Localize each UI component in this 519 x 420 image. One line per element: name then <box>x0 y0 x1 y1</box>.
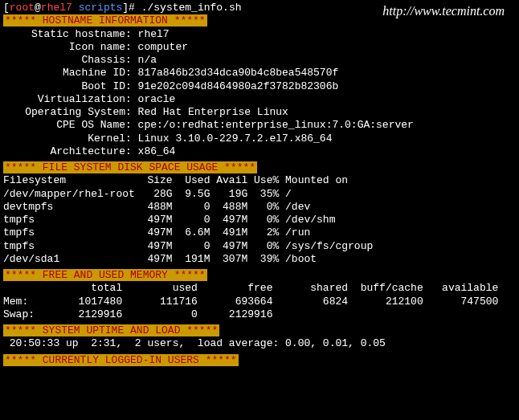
hostname-label: Kernel <box>3 133 125 145</box>
prompt-path: scripts <box>79 2 123 14</box>
hostname-value: rhel7 <box>138 28 170 40</box>
mem-row: Swap: 2129916 0 2129916 <box>3 308 516 321</box>
watermark: http://www.tecmint.com <box>382 3 505 19</box>
hostname-label: Boot ID <box>3 80 125 93</box>
hostname-label: Architecture <box>3 145 125 158</box>
hostname-value: oracle <box>138 93 176 105</box>
prompt-host: rhel7 <box>41 2 72 14</box>
hostname-value: computer <box>138 41 188 53</box>
hostname-row: CPE OS Name: cpe:/o:redhat:enterprise_li… <box>3 119 516 132</box>
hostname-value: cpe:/o:redhat:enterprise_linux:7.0:GA:se… <box>138 119 414 131</box>
hostname-row: Operating System: Red Hat Enterprise Lin… <box>3 106 516 119</box>
hostname-label: Static hostname <box>3 28 125 41</box>
hostname-section-header: ***** HOSTNAME INFORMATION ***** <box>3 14 207 27</box>
hostname-value: 817a846b23d34dca90b4c8bea548570f <box>138 67 339 79</box>
hostname-row: Chassis: n/a <box>3 54 516 67</box>
disk-row: /dev/mapper/rhel-root 28G 9.5G 19G 35% / <box>3 188 516 201</box>
hostname-row: Static hostname: rhel7 <box>3 28 516 41</box>
hostname-value: Linux 3.10.0-229.7.2.el7.x86_64 <box>138 133 333 145</box>
hostname-label: Machine ID <box>3 67 125 80</box>
hostname-label: Chassis <box>3 54 125 67</box>
hostname-label: Icon name <box>3 41 125 54</box>
hostname-row: Architecture: x86_64 <box>3 145 516 158</box>
disk-header-row: Filesystem Size Used Avail Use% Mounted … <box>3 174 516 187</box>
uptime-line: 20:50:33 up 2:31, 2 users, load average:… <box>3 337 516 350</box>
mem-row: Mem: 1017480 111716 693664 6824 212100 7… <box>3 296 516 308</box>
hostname-label: Virtualization <box>3 93 125 106</box>
hostname-row: Boot ID: 91e202c094d8464980a2f3782b82306… <box>3 80 516 93</box>
hostname-row: Kernel: Linux 3.10.0-229.7.2.el7.x86_64 <box>3 133 516 145</box>
disk-section-header: ***** FILE SYSTEM DISK SPACE USAGE ***** <box>3 161 257 173</box>
disk-row: tmpfs 497M 6.6M 491M 2% /run <box>3 226 516 239</box>
hostname-label: CPE OS Name <box>3 119 125 132</box>
hostname-info-block: Static hostname: rhel7Icon name: compute… <box>3 28 516 159</box>
hostname-value: n/a <box>138 54 157 66</box>
hostname-value: Red Hat Enterprise Linux <box>138 106 288 118</box>
hostname-value: x86_64 <box>138 145 176 157</box>
hostname-row: Virtualization: oracle <box>3 93 516 106</box>
disk-row: /dev/sda1 497M 191M 307M 39% /boot <box>3 253 516 266</box>
prompt-user: root <box>10 2 35 14</box>
disk-row: devtmpfs 488M 0 488M 0% /dev <box>3 201 516 214</box>
mem-block: Mem: 1017480 111716 693664 6824 212100 7… <box>3 296 516 322</box>
disk-usage-block: /dev/mapper/rhel-root 28G 9.5G 19G 35% /… <box>3 188 516 267</box>
prompt-command: ./system_info.sh <box>141 2 242 14</box>
hostname-row: Machine ID: 817a846b23d34dca90b4c8bea548… <box>3 67 516 80</box>
users-section-header: ***** CURRENTLY LOGGED-IN USERS ***** <box>3 354 239 366</box>
disk-row: tmpfs 497M 0 497M 0% /dev/shm <box>3 214 516 226</box>
disk-row: tmpfs 497M 0 497M 0% /sys/fs/cgroup <box>3 240 516 253</box>
uptime-section-header: ***** SYSTEM UPTIME AND LOAD ***** <box>3 324 219 336</box>
mem-header-row: total used free shared buff/cache availa… <box>3 282 516 295</box>
hostname-row: Icon name: computer <box>3 41 516 54</box>
hostname-value: 91e202c094d8464980a2f3782b82306b <box>138 80 339 92</box>
hostname-label: Operating System <box>3 106 125 119</box>
mem-section-header: ***** FREE AND USED MEMORY ***** <box>3 269 207 281</box>
